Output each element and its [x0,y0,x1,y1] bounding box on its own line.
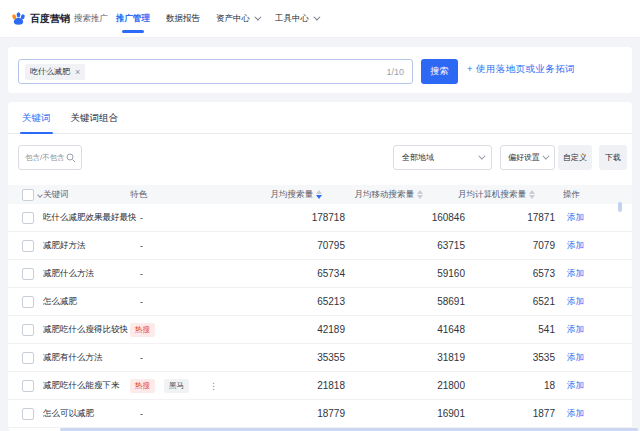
monthly-search-cell: 42189 [227,324,345,335]
add-keyword-link[interactable]: 添加 [567,268,584,278]
feature-badge-hot: 热搜 [130,379,155,393]
keyword-search-input[interactable]: 吃什么减肥 × 1/10 [18,59,413,84]
tab-label: 关键词组合 [71,112,119,125]
row-checkbox[interactable] [22,380,34,392]
table-row: 减肥吃什么瘦得比较快热搜4218941648541添加 [8,316,632,344]
monthly-mobile-search-cell: 63715 [345,240,465,251]
keyword-cell: 减肥吃什么瘦得比较快 [43,324,128,336]
search-button[interactable]: 搜索 [421,59,458,84]
main-nav: 推广管理数据报告资产中心工具中心 [116,0,334,38]
monthly-mobile-search-cell: 58691 [345,296,465,307]
monthly-mobile-search-cell: 16901 [345,408,465,419]
customize-button[interactable]: 自定义 [558,145,592,170]
monthly-search-cell: 35355 [227,352,345,363]
chevron-down-icon [313,14,320,21]
add-keyword-link[interactable]: 添加 [567,352,584,362]
search-panel: 吃什么减肥 × 1/10 搜索 + 使用落地页或业务拓词 [8,47,632,93]
keyword-cell: 怎么减肥 [43,296,128,308]
table-row: 减肥好方法-70795637157079添加 [8,232,632,260]
brand-subtitle: 搜索推广 [74,13,108,25]
add-keyword-link[interactable]: 添加 [567,324,584,334]
add-keyword-link[interactable]: 添加 [567,296,584,306]
table-row: 怎么减肥-65213586916521添加 [8,288,632,316]
chip-remove-icon[interactable]: × [75,67,80,77]
monthly-search-cell: 65734 [227,268,345,279]
tab-label: 关键词 [22,112,51,125]
chevron-down-icon [478,153,485,160]
preference-settings-button[interactable]: 偏好设置 [500,145,555,170]
more-features-icon[interactable]: ⋮ [209,381,218,391]
contain-filter-placeholder: 包含/不包含 [25,153,65,163]
nav-item-label: 推广管理 [116,13,150,25]
row-checkbox[interactable] [22,408,34,420]
landing-page-expand-link[interactable]: + 使用落地页或业务拓词 [467,63,575,76]
monthly-search-cell: 70795 [227,240,345,251]
col-monthly-search[interactable]: 月均搜索量 [271,189,323,201]
nav-item-label: 工具中心 [275,13,309,25]
contain-filter-input[interactable]: 包含/不包含 [18,145,82,170]
table-row: 怎么可以减肥-18779169011877添加 [8,400,632,428]
col-feature: 特色 [130,189,147,201]
add-keyword-link[interactable]: 添加 [567,212,584,222]
feature-dash: - [130,409,143,419]
row-checkbox[interactable] [22,324,34,336]
preference-settings-label: 偏好设置 [508,152,540,163]
keyword-cell: 减肥有什么方法 [43,352,128,364]
sort-icon[interactable] [529,190,535,199]
monthly-pc-search-cell: 3535 [465,352,555,363]
nav-item-0[interactable]: 推广管理 [116,0,150,38]
search-icon [66,153,76,163]
monthly-mobile-search-cell: 31819 [345,352,465,363]
table-row: 减肥什么方法-65734591606573添加 [8,260,632,288]
tab-1[interactable]: 关键词组合 [69,102,121,134]
region-select[interactable]: 全部地域 [393,145,492,170]
add-keyword-link[interactable]: 添加 [567,240,584,250]
keyword-cell: 减肥什么方法 [43,268,128,280]
nav-item-3[interactable]: 工具中心 [275,0,318,38]
feature-dash: - [130,297,143,307]
monthly-pc-search-cell: 541 [465,324,555,335]
tab-0[interactable]: 关键词 [20,102,53,134]
monthly-search-cell: 65213 [227,296,345,307]
feature-dash: - [130,241,143,251]
feature-cell: - [128,353,227,363]
table-row: 减肥吃什么能瘦下来热搜黑马⋮218182180018添加 [8,372,632,400]
col-monthly-mobile-search[interactable]: 月均移动搜索量 [355,189,424,201]
col-monthly-pc-search[interactable]: 月均计算机搜索量 [458,189,535,201]
keyword-chip[interactable]: 吃什么减肥 × [25,64,85,80]
select-dropdown-icon[interactable] [37,192,43,198]
keyword-cell: 吃什么减肥效果最好最快 [43,212,128,224]
table-body: 吃什么减肥效果最好最快-17871816084617871添加减肥好方法-707… [8,204,632,428]
keyword-counter: 1/10 [386,67,404,77]
row-checkbox[interactable] [22,296,34,308]
add-keyword-link[interactable]: 添加 [567,408,584,418]
active-nav-underline [122,30,144,33]
chevron-down-icon [542,153,549,160]
feature-cell: 热搜黑马⋮ [128,379,227,393]
row-checkbox[interactable] [22,240,34,252]
monthly-mobile-search-cell: 59160 [345,268,465,279]
monthly-mobile-search-cell: 21800 [345,380,465,391]
monthly-pc-search-cell: 1877 [465,408,555,419]
chevron-down-icon [254,14,261,21]
sort-icon[interactable] [417,190,423,199]
monthly-pc-search-cell: 6521 [465,296,555,307]
row-checkbox[interactable] [22,212,34,224]
row-checkbox[interactable] [22,352,34,364]
feature-dash: - [130,269,143,279]
nav-item-1[interactable]: 数据报告 [166,0,200,38]
monthly-pc-search-cell: 6573 [465,268,555,279]
monthly-pc-search-cell: 17871 [465,212,555,223]
nav-item-2[interactable]: 资产中心 [216,0,259,38]
vertical-scrollbar[interactable] [618,202,622,212]
row-checkbox[interactable] [22,268,34,280]
sort-icon[interactable] [316,190,322,199]
nav-item-label: 数据报告 [166,13,200,25]
select-all-checkbox[interactable] [22,189,34,201]
download-button[interactable]: 下载 [599,145,627,170]
feature-cell: - [128,297,227,307]
brand-title: 百度营销 [30,12,70,26]
filter-row: 包含/不包含 全部地域 偏好设置 自定义 下载 [8,145,632,170]
keyword-cell: 减肥好方法 [43,240,128,252]
add-keyword-link[interactable]: 添加 [567,380,584,390]
